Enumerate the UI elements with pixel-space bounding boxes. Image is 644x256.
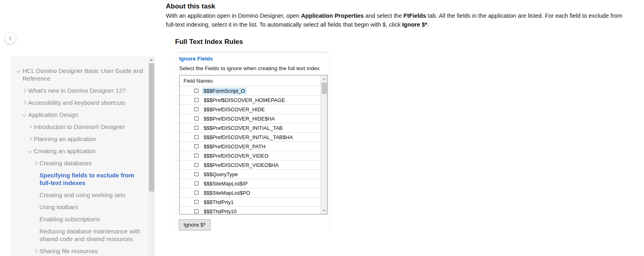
field-row[interactable]: $$$ThdPrty10 [180,206,321,214]
sidebar-item-label: Sharing file resources [39,247,98,255]
about-task-paragraph: With an application open in Domino Desig… [166,12,623,29]
field-row[interactable]: $$$Pref$DISCOVER_HOMEPAGE [180,95,321,104]
listbox-scrollbar[interactable] [320,75,327,214]
sidebar-item[interactable]: Sharing file resources [14,247,144,255]
chevron-right-icon[interactable] [23,87,28,94]
ignore-fields-tab-panel: Ignore Fields Select the Fields to ignor… [176,52,330,233]
field-checkbox[interactable] [194,107,198,111]
chevron-up-icon [323,78,326,81]
field-checkbox[interactable] [194,89,198,93]
chevron-right-icon[interactable] [34,247,39,255]
field-names-column-header: Field Names [180,75,327,86]
chevron-right-icon [34,249,38,253]
field-row[interactable]: $$$PrefDISCOVER_INITIAL_TAB$HA [180,132,321,142]
chevron-right-icon[interactable] [29,123,34,131]
field-row[interactable]: $$$SiteMapList$PO [180,188,321,197]
sidebar-item[interactable]: Enabling subscriptions [14,215,144,223]
sidebar-item[interactable]: Application Design [14,111,144,119]
chevron-right-icon [28,125,32,129]
chevron-right-icon[interactable] [34,159,39,167]
field-row[interactable]: $$$ThdPrty1 [180,197,321,206]
field-checkbox[interactable] [194,117,198,121]
field-checkbox[interactable] [194,191,198,195]
chevron-spacer [34,171,39,179]
field-checkbox[interactable] [194,209,198,213]
chevron-spacer [34,215,39,223]
scroll-up-icon[interactable] [150,59,153,61]
field-checkbox[interactable] [194,126,198,130]
sidebar-item[interactable]: Creating databases [14,159,144,167]
sidebar-item-label: Creating an application [34,147,95,155]
sidebar-scrollbar[interactable] [148,56,155,256]
sidebar-item[interactable]: Introduction to Domino® Designer [14,123,144,131]
field-rows-container: $$$FormScript_O$$$Pref$DISCOVER_HOMEPAGE… [180,86,327,214]
field-checkbox[interactable] [194,154,198,158]
sidebar-item[interactable]: Creating an application [14,147,144,155]
sidebar-item[interactable]: Creating and using working sets [14,191,144,199]
field-row[interactable]: $$$PrefDISCOVER_VIDEO [180,151,321,160]
chevron-right-icon[interactable] [23,99,28,106]
chevron-down-icon[interactable] [17,67,23,75]
chevron-down-icon [28,149,32,153]
chevron-down-icon[interactable] [23,111,28,119]
sidebar-item[interactable]: Planning an application [14,135,144,143]
field-name-label: $$$SiteMapList$PO [202,189,252,196]
field-name-label: $$$PrefDISCOVER_HIDE [202,106,266,113]
sidebar-scrollbar-thumb[interactable] [149,63,154,191]
paragraph-bold-segment: Ignore $* [402,21,427,28]
chevron-down-icon [23,112,27,117]
chevron-right-icon[interactable] [29,135,34,143]
sidebar-item[interactable]: What's new in Domino Designer 12? [14,87,144,94]
sidebar-item[interactable]: HCL Domino Designer Basic User Guide and… [14,67,144,82]
field-checkbox[interactable] [194,181,198,185]
sidebar-item-label: HCL Domino Designer Basic User Guide and… [23,67,144,82]
sidebar-item[interactable]: Specifying fields to exclude from full-t… [14,171,144,187]
field-row[interactable]: $$$PrefDISCOVER_VIDEO$HA [180,160,321,169]
sidebar-item[interactable]: Using toolbars [14,203,144,211]
paragraph-segment: . [427,21,429,28]
chevron-spacer [34,227,39,235]
ignore-fields-subtitle: Select the Fields to ignore when creatin… [179,65,330,71]
field-checkbox[interactable] [194,172,198,176]
paragraph-bold-segment: FtFields [404,12,426,19]
field-checkbox[interactable] [194,200,198,204]
chevron-right-icon [23,88,27,92]
field-name-label: $$$Pref$DISCOVER_HOMEPAGE [202,97,287,104]
scroll-down-button[interactable] [321,207,328,214]
field-name-label: $$$PrefDISCOVER_VIDEO [202,152,270,159]
field-name-label: $$$PrefDISCOVER_HIDE$HA [202,115,277,122]
scroll-up-button[interactable] [321,76,328,82]
sidebar-item-label: Creating and using working sets [39,191,125,199]
chevron-right-icon [28,137,32,141]
nav-tree: HCL Domino Designer Basic User Guide and… [11,56,155,255]
field-name-label: $$$SiteMapList$IP [202,180,249,187]
field-checkbox[interactable] [194,163,198,167]
field-row[interactable]: $$$PrefDISCOVER_HIDE [180,104,321,114]
sidebar-item-label: Enabling subscriptions [39,215,100,223]
field-row[interactable]: $$$QueryType [180,169,321,179]
field-name-label: $$$ThdPrty1 [202,199,235,206]
chevron-down-icon [17,69,21,73]
ignore-dollar-button[interactable]: Ignore $* [179,219,211,231]
field-row[interactable]: $$$PrefDISCOVER_PATH [180,142,321,151]
sidebar-item-label: Planning an application [34,135,96,143]
field-name-label: $$$PrefDISCOVER_PATH [202,143,267,150]
field-row[interactable]: $$$PrefDISCOVER_INITIAL_TAB [180,123,321,132]
field-name-label: $$$PrefDISCOVER_INITIAL_TAB$HA [202,134,295,141]
field-row[interactable]: $$$PrefDISCOVER_HIDE$HA [180,114,321,123]
listbox-scrollbar-thumb[interactable] [322,83,327,94]
chevron-down-icon[interactable] [29,147,34,155]
field-checkbox[interactable] [194,98,198,102]
field-checkbox[interactable] [194,144,198,148]
sidebar-item-label: Introduction to Domino® Designer [34,123,125,131]
sidebar-item-label: Accessibility and keyboard shortcuts [28,99,126,106]
field-checkbox[interactable] [194,135,198,139]
sidebar-item[interactable]: Accessibility and keyboard shortcuts [14,99,144,106]
chevron-down-icon [323,208,326,211]
field-name-label: $$$PrefDISCOVER_INITIAL_TAB [202,125,284,131]
sidebar-item[interactable]: Reducing database maintenance with share… [14,227,144,243]
collapse-sidebar-button[interactable] [5,33,16,44]
field-row[interactable]: $$$SiteMapList$IP [180,179,321,188]
field-name-label: $$$FormScript_O [202,87,247,94]
field-row[interactable]: $$$FormScript_O [180,86,321,95]
